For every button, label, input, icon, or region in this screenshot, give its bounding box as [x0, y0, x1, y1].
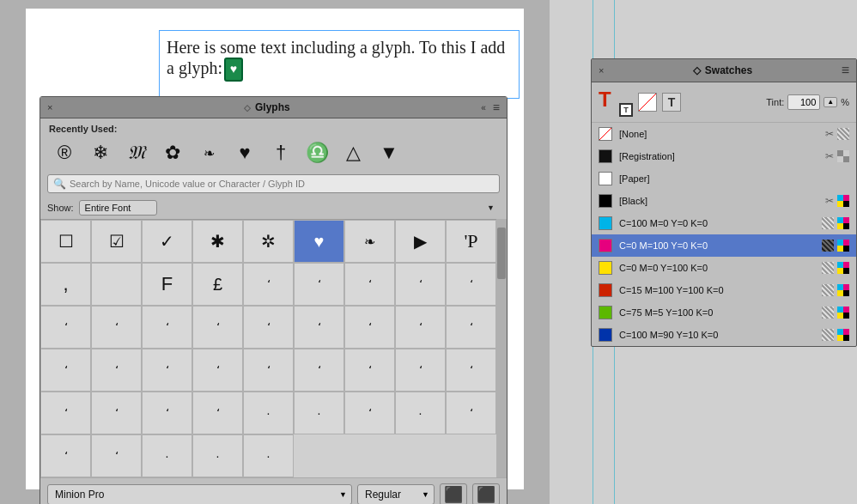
recent-glyph-8[interactable]: △: [336, 138, 370, 167]
swatch-row-paper[interactable]: [Paper]: [592, 167, 856, 190]
swatch-row-registration[interactable]: [Registration] ✂: [592, 145, 856, 167]
glyph-cell-3[interactable]: ✱: [192, 220, 243, 263]
glyph-cell-r3c9[interactable]: ʻ: [192, 392, 243, 434]
swatch-row-yellow[interactable]: C=0 M=0 Y=100 K=0: [592, 257, 856, 279]
swatch-icons-cyan: [822, 217, 849, 229]
glyph-grid-scrollbar[interactable]: [496, 219, 507, 477]
zoom-out-button[interactable]: ⬛: [440, 483, 467, 504]
search-row: 🔍: [40, 171, 507, 197]
swatch-row-green[interactable]: C=75 M=5 Y=100 K=0: [592, 301, 856, 324]
text-swatch-button[interactable]: T: [662, 93, 681, 112]
recent-glyph-4[interactable]: ❧: [191, 138, 226, 167]
glyph-cell-r1c6[interactable]: ʻ: [395, 263, 446, 306]
glyph-cell-r3c5[interactable]: ʻ: [446, 349, 496, 392]
glyph-cell-r1c7[interactable]: ʻ: [446, 263, 496, 306]
glyph-cell-r2c3[interactable]: ʻ: [294, 306, 344, 349]
glyph-cell-r3c6[interactable]: ʻ: [40, 392, 91, 434]
glyph-cell-r1c9[interactable]: ʻ: [91, 306, 142, 349]
swatch-icons-black: ✂: [825, 195, 849, 207]
glyph-cell-r3c7[interactable]: ʻ: [91, 392, 142, 434]
none-swatch-button[interactable]: [638, 93, 657, 112]
swatches-close-button[interactable]: ×: [599, 65, 604, 76]
swatch-icons-red: [822, 284, 849, 296]
fill-stroke-t-icon[interactable]: T T: [599, 88, 633, 117]
glyph-cell-r1c8[interactable]: ʻ: [40, 306, 91, 349]
glyph-cell-r2c0[interactable]: ʻ: [142, 306, 192, 349]
glyph-cell-r1c4[interactable]: ʻ: [294, 263, 344, 306]
glyph-cell-6[interactable]: ❧: [344, 220, 395, 263]
recent-glyph-3[interactable]: ✿: [155, 138, 190, 167]
tint-stepper[interactable]: ▲: [824, 97, 837, 107]
glyph-cell-r4c4[interactable]: ʻ: [446, 392, 496, 434]
glyph-cell-r2c5[interactable]: ʻ: [395, 306, 446, 349]
glyph-cell-r2c4[interactable]: ʻ: [344, 306, 395, 349]
glyph-cell-r4c5[interactable]: ʻ: [40, 434, 91, 477]
glyph-cell-pound[interactable]: £: [192, 263, 243, 306]
glyph-cell-r2c9[interactable]: ʻ: [142, 349, 192, 392]
tint-up-button[interactable]: ▲: [824, 98, 836, 106]
swatches-menu-icon[interactable]: ≡: [842, 63, 849, 78]
scissors-icon-none: ✂: [825, 128, 834, 140]
recent-glyph-5[interactable]: ♥: [228, 138, 262, 167]
glyph-cell-r4c9[interactable]: ·: [243, 434, 294, 477]
recent-glyph-9[interactable]: ▼: [372, 138, 406, 167]
glyph-cell-r2c7[interactable]: ʻ: [40, 349, 91, 392]
style-select[interactable]: Regular Bold Italic: [357, 484, 435, 504]
tint-label: Tint:: [766, 97, 784, 107]
recent-glyph-1[interactable]: ❄: [83, 138, 118, 167]
glyph-cell-r4c1[interactable]: ·: [294, 392, 344, 434]
glyph-cell-r3c0[interactable]: ʻ: [192, 349, 243, 392]
glyph-cell-r4c0[interactable]: ·: [243, 392, 294, 434]
recent-glyph-0[interactable]: ®: [47, 138, 82, 167]
glyph-cell-empty[interactable]: [91, 263, 142, 306]
show-select[interactable]: Entire Font All Punctuation: [79, 200, 157, 216]
glyph-cell-r4c2[interactable]: ʻ: [344, 392, 395, 434]
swatch-color-black: [599, 194, 612, 208]
glyph-cell-r2c2[interactable]: ʻ: [243, 306, 294, 349]
glyph-cell-r2c8[interactable]: ʻ: [91, 349, 142, 392]
swatch-row-red[interactable]: C=15 M=100 Y=100 K=0: [592, 279, 856, 301]
glyph-cell-r3c1[interactable]: ʻ: [243, 349, 294, 392]
scrollbar-thumb[interactable]: [497, 228, 506, 279]
glyph-cell-r4c7[interactable]: ·: [142, 434, 192, 477]
glyphs-close-button[interactable]: ×: [47, 102, 52, 112]
search-input[interactable]: [70, 179, 494, 189]
glyph-cell-r4c3[interactable]: ·: [395, 392, 446, 434]
glyph-cell-r1c3[interactable]: ʻ: [243, 263, 294, 306]
glyphs-collapse-button[interactable]: «: [481, 103, 486, 112]
recent-glyph-2[interactable]: 𝔐: [119, 138, 154, 167]
recent-glyph-7[interactable]: ♎: [300, 138, 334, 167]
glyph-cell-4[interactable]: ✲: [243, 220, 294, 263]
zoom-in-button[interactable]: ⬛: [472, 483, 500, 504]
glyph-cell-comma[interactable]: ,: [40, 263, 91, 306]
search-box[interactable]: 🔍: [47, 174, 500, 193]
swatch-row-none[interactable]: [None] ✂: [592, 123, 856, 145]
glyph-cell-7[interactable]: ▶: [395, 220, 446, 263]
swatch-row-black[interactable]: [Black] ✂: [592, 190, 856, 212]
glyphs-menu-icon[interactable]: ≡: [493, 100, 500, 114]
glyph-cell-r3c4[interactable]: ʻ: [395, 349, 446, 392]
swatch-row-blue[interactable]: C=100 M=90 Y=10 K=0: [592, 324, 856, 346]
glyph-cell-r2c1[interactable]: ʻ: [192, 306, 243, 349]
glyph-cell-r3c2[interactable]: ʻ: [294, 349, 344, 392]
glyph-cell-r2c6[interactable]: ʻ: [446, 306, 496, 349]
swatch-icons-green: [822, 307, 849, 319]
glyph-cell-8[interactable]: 'P: [446, 220, 496, 263]
glyph-cell-r4c8[interactable]: ·: [192, 434, 243, 477]
glyph-cell-r3c8[interactable]: ʻ: [142, 392, 192, 434]
glyph-cell-5[interactable]: ♥: [294, 220, 344, 263]
glyph-cell-0[interactable]: ☐: [40, 220, 91, 263]
recent-glyph-6[interactable]: †: [264, 138, 298, 167]
swatch-row-magenta[interactable]: C=0 M=100 Y=0 K=0: [592, 234, 856, 257]
glyph-cell-f[interactable]: F: [142, 263, 192, 306]
tint-input[interactable]: [787, 94, 820, 110]
glyph-cell-2[interactable]: ✓: [142, 220, 192, 263]
glyph-cell-r1c5[interactable]: ʻ: [344, 263, 395, 306]
scissors-icon-reg: ✂: [825, 150, 834, 162]
glyph-cell-r4c6[interactable]: ʻ: [91, 434, 142, 477]
glyph-cell-r3c3[interactable]: ʻ: [344, 349, 395, 392]
swatch-row-cyan[interactable]: C=100 M=0 Y=0 K=0: [592, 212, 856, 234]
glyph-cell-1[interactable]: ☑: [91, 220, 142, 263]
text-frame[interactable]: Here is some text including a glyph. To …: [159, 30, 520, 99]
font-select[interactable]: Minion Pro Arial Times New Roman: [47, 484, 352, 504]
